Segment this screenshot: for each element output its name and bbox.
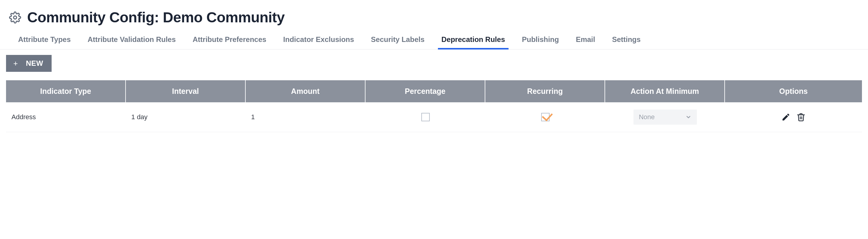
new-button-label: NEW (26, 59, 43, 68)
select-value: None (639, 113, 655, 121)
plus-icon: + (13, 59, 18, 67)
tab-email[interactable]: Email (576, 32, 595, 49)
svg-point-0 (13, 16, 17, 19)
tab-attribute-preferences[interactable]: Attribute Preferences (192, 32, 266, 49)
percentage-checkbox[interactable] (421, 113, 430, 121)
col-header-action-at-minimum: Action At Minimum (605, 80, 725, 102)
edit-icon[interactable] (781, 113, 790, 122)
tab-attribute-validation-rules[interactable]: Attribute Validation Rules (88, 32, 176, 49)
gear-icon (9, 11, 21, 24)
tab-indicator-exclusions[interactable]: Indicator Exclusions (283, 32, 354, 49)
cell-options (725, 105, 862, 129)
page-title: Community Config: Demo Community (27, 9, 285, 26)
deprecation-rules-table: Indicator Type Interval Amount Percentag… (6, 80, 862, 132)
col-header-percentage: Percentage (366, 80, 485, 102)
col-header-recurring: Recurring (485, 80, 605, 102)
tab-deprecation-rules[interactable]: Deprecation Rules (441, 32, 505, 49)
page-header: Community Config: Demo Community (0, 0, 868, 32)
cell-recurring (485, 106, 605, 128)
toolbar: + NEW (0, 50, 868, 77)
cell-indicator-type: Address (6, 106, 126, 128)
table-header: Indicator Type Interval Amount Percentag… (6, 80, 862, 102)
col-header-amount: Amount (246, 80, 366, 102)
col-header-indicator-type: Indicator Type (6, 80, 126, 102)
tabs: Attribute Types Attribute Validation Rul… (0, 32, 868, 50)
cell-percentage (366, 106, 485, 128)
tab-attribute-types[interactable]: Attribute Types (18, 32, 71, 49)
cell-amount: 1 (246, 106, 366, 128)
new-button[interactable]: + NEW (6, 55, 52, 72)
table-row: Address 1 day 1 None (6, 102, 862, 132)
tab-publishing[interactable]: Publishing (522, 32, 559, 49)
delete-icon[interactable] (797, 113, 806, 122)
tab-security-labels[interactable]: Security Labels (371, 32, 424, 49)
cell-interval: 1 day (126, 106, 246, 128)
action-at-minimum-select[interactable]: None (633, 110, 697, 125)
cell-action-at-minimum: None (605, 102, 725, 132)
recurring-checkbox[interactable] (541, 113, 550, 121)
tab-settings[interactable]: Settings (612, 32, 641, 49)
col-header-options: Options (725, 80, 862, 102)
col-header-interval: Interval (126, 80, 246, 102)
chevron-down-icon (685, 114, 691, 120)
